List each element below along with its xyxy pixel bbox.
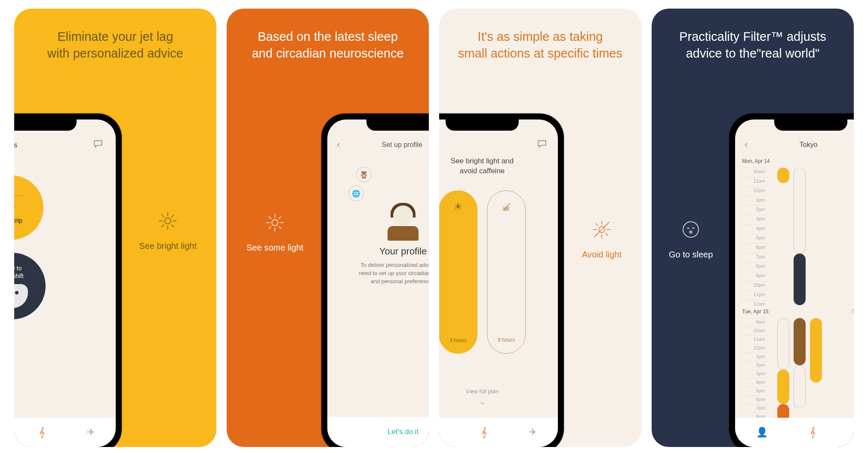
view-full-plan-button[interactable]: View full plan ⌄	[439, 388, 558, 407]
time-tick: 1pm	[742, 352, 767, 361]
light-block[interactable]	[777, 168, 789, 183]
outline-block[interactable]	[777, 318, 789, 370]
svg-line-16	[269, 226, 271, 229]
time-tick: 1pm	[742, 196, 767, 205]
appstore-card-3: It's as simple as taking small actions a…	[439, 9, 641, 447]
time-tick: 5pm	[742, 234, 767, 243]
svg-point-0	[165, 218, 171, 224]
svg-line-5	[162, 215, 164, 217]
time-tick: 7pm	[742, 404, 767, 413]
time-tick: 6pm	[742, 395, 767, 404]
owl-icon: 🦉	[356, 167, 372, 182]
svg-point-28	[683, 222, 699, 237]
action-pills: ☀︎ 3 hours ☕︎̸ 9 hours	[439, 190, 526, 354]
day-2-timezone: ⏱ Tokyo time	[851, 309, 854, 314]
side-tip-label: See some light	[246, 243, 303, 253]
outline-block[interactable]	[794, 168, 806, 254]
side-tip: See some light	[246, 212, 303, 253]
svg-line-17	[279, 217, 281, 219]
svg-line-23	[596, 223, 598, 226]
globe-icon: 🌐	[348, 186, 364, 201]
phone-frame: See bright light and avoid caffeine ☀︎ 3…	[439, 113, 564, 447]
phone-notch	[446, 119, 519, 131]
add-trip-label: Add trip	[14, 217, 22, 224]
screen-title: Set up profile	[335, 141, 429, 149]
tab-bar: 👤 𝄞 ✈︎	[439, 418, 558, 447]
time-tick: 9am	[742, 318, 767, 327]
how-to-timeshift-button[interactable]: How to timeshift	[14, 253, 46, 319]
time-axis-day1: 10am11am12pm1pm2pm3pm4pm5pm6pm7pm8pm9pm1…	[742, 168, 767, 309]
time-tick: 3pm	[742, 370, 767, 378]
profile-body-text: To deliver personalized advice, we need …	[354, 261, 429, 286]
tab-profile-icon[interactable]: 👤	[756, 427, 768, 438]
time-tick: 4pm	[742, 224, 767, 234]
svg-point-29	[690, 231, 692, 233]
day-2-label: Tue, Apr 15	[742, 309, 769, 315]
time-tick: 9pm	[742, 272, 767, 281]
sun-icon	[265, 212, 285, 235]
outline-block[interactable]	[794, 365, 806, 408]
tab-bar: 👤 𝄞 ✈︎	[735, 418, 854, 447]
add-trip-button[interactable]: ·········· ✈︎ Add trip	[14, 175, 43, 240]
appstore-card-4: Practicality Filter™ adjusts advice to t…	[652, 9, 854, 447]
time-tick: 12am	[742, 300, 767, 309]
no-coffee-icon: ☕︎̸	[502, 201, 511, 213]
pill-duration: 3 hours	[449, 337, 467, 343]
profile-heading: Your profile	[354, 246, 429, 257]
side-tip-label: Avoid light	[582, 250, 622, 260]
screen-title: Jet lag plans	[14, 141, 17, 150]
tab-shift-icon[interactable]: 𝄞	[39, 427, 45, 438]
time-tick: 5pm	[742, 387, 767, 395]
phone-frame: ‹ Set up profile 🦉 ⚥ 🌐 🎂 Your pr	[321, 113, 429, 447]
side-tip: See bright light	[139, 211, 197, 251]
time-tick: 4pm	[742, 378, 767, 387]
time-tick: 2pm	[742, 361, 767, 370]
lets-do-it-button[interactable]: Let's do it	[327, 417, 429, 447]
time-tick: 3pm	[742, 215, 767, 224]
time-tick: 12pm	[742, 187, 767, 196]
sleep-icon	[680, 219, 701, 242]
chat-icon[interactable]	[92, 138, 104, 152]
view-full-plan-label: View full plan	[466, 388, 499, 395]
side-tip: Go to sleep	[669, 219, 713, 260]
svg-line-7	[162, 225, 164, 227]
phone-notch	[14, 119, 77, 131]
tab-shift-icon[interactable]: 𝄞	[810, 427, 816, 438]
svg-line-14	[269, 217, 271, 219]
svg-line-15	[279, 226, 281, 229]
tab-bar: 👤 𝄞 ✈︎	[14, 418, 116, 447]
timeline-day1	[772, 168, 854, 305]
card-headline: Based on the latest sleep and circadian …	[227, 28, 429, 62]
avoid-caffeine-pill[interactable]: ☕︎̸ 9 hours	[487, 190, 526, 354]
chat-icon[interactable]	[536, 138, 548, 151]
time-tick: 11am	[742, 177, 767, 187]
no-sun-icon	[591, 219, 612, 242]
side-tip: Avoid light	[582, 219, 622, 260]
side-tip-label: Go to sleep	[669, 250, 713, 260]
card-headline: It's as simple as taking small actions a…	[439, 28, 641, 62]
phone-frame: ‹ Tokyo Mon, Apr 14 Moscow 10am11am12pm1…	[729, 113, 854, 447]
light-block[interactable]	[777, 370, 789, 404]
tab-trips-icon[interactable]: ✈︎	[87, 427, 95, 438]
sleep-block[interactable]	[794, 254, 806, 305]
time-tick: 10pm	[742, 281, 767, 291]
bright-light-pill[interactable]: ☀︎ 3 hours	[439, 190, 477, 354]
phone-frame: Jet lag plans ·········· ✈︎ Add trip How…	[14, 113, 122, 447]
tab-shift-icon[interactable]: 𝄞	[481, 427, 487, 438]
profile-illustration: 🦉 ⚥ 🌐 🎂 Your profile To deliver personal…	[354, 167, 429, 286]
caffeine-block[interactable]	[794, 318, 806, 365]
time-tick: 11pm	[742, 291, 767, 300]
tab-trips-icon[interactable]: ✈︎	[529, 427, 537, 438]
svg-line-8	[172, 215, 174, 217]
svg-line-24	[606, 233, 608, 236]
appstore-card-1: Eliminate your jet lag with personalized…	[14, 9, 216, 447]
time-tick: 7pm	[742, 253, 767, 262]
phone-notch	[366, 119, 429, 131]
plane-icon: ✈︎	[14, 202, 15, 213]
time-tick: 2pm	[742, 205, 767, 215]
screen-title: Tokyo	[740, 141, 854, 149]
time-tick: 8pm	[742, 262, 767, 272]
person-icon	[386, 205, 420, 240]
day-1-label: Mon, Apr 14	[742, 158, 770, 164]
light-block[interactable]	[810, 318, 822, 383]
